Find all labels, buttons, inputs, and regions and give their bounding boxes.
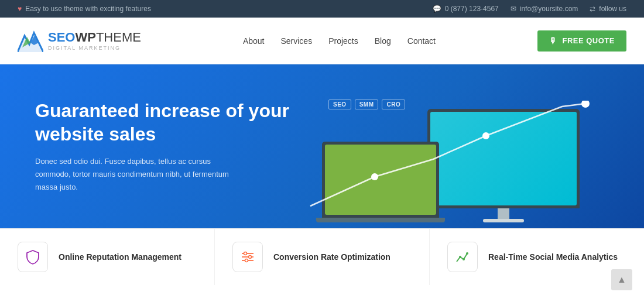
nav-projects[interactable]: Projects [328,36,358,46]
service-title-analytics: Real-Time Social Media Analytics [488,252,618,262]
hero-visual: SEO SMM CRO [293,64,609,228]
logo-sub: DIGITAL MARKETING [48,45,141,51]
top-bar-left: ♥ Easy to use theme with exciting featur… [18,5,151,13]
nav-blog[interactable]: Blog [375,36,391,46]
main-nav: About Services Projects Blog Contact [243,36,436,46]
service-text-conversion: Conversion Rate Optimization [273,252,390,262]
phone-item: 💬 0 (877) 123-4567 [433,5,499,13]
header: SEOWPTHEME DIGITAL MARKETING About Servi… [0,18,644,64]
service-icon-chart-wrap [447,242,478,272]
monitor-stand [498,208,509,219]
svg-point-8 [245,259,248,262]
nav-about[interactable]: About [243,36,265,46]
email-item: ✉ info@yoursite.com [511,5,578,13]
service-title-reputation: Online Reputation Management [59,252,181,262]
svg-point-10 [463,258,465,260]
logo-theme: THEME [96,30,141,44]
tagline: Easy to use theme with exciting features [25,5,151,13]
monitor-screen [427,109,580,208]
logo-brand: SEOWPTHEME [48,30,141,44]
follow-text: follow us [599,5,626,13]
laptop-screen [322,142,439,218]
hero-section: Guaranteed increase of your website sale… [0,64,644,228]
hero-title: Guaranteed increase of your website sale… [35,99,293,146]
chart-icon [454,249,471,265]
free-quote-button[interactable]: 🎙 FREE QUOTE [537,30,626,52]
chevron-up-icon: ▲ [617,274,626,285]
monitor [427,109,580,222]
cta-label: FREE QUOTE [562,36,615,45]
monitor-screen-inner [430,112,577,205]
service-text-analytics: Real-Time Social Media Analytics [488,252,618,262]
nav-services[interactable]: Services [280,36,312,46]
laptop [322,142,439,222]
logo: SEOWPTHEME DIGITAL MARKETING [18,30,141,52]
logo-seo: SEO [48,30,75,44]
logo-wp: WP [75,30,95,44]
social-item: ⇄ follow us [590,5,626,13]
scroll-top-button[interactable]: ▲ [611,269,632,285]
email-icon: ✉ [511,5,516,13]
sliders-icon [239,249,256,265]
microphone-icon: 🎙 [549,36,558,46]
phone-number: 0 (877) 123-4567 [445,5,499,13]
svg-point-7 [249,256,252,259]
devices-illustration [299,76,591,228]
service-text-reputation: Online Reputation Management [59,252,181,262]
hero-content: Guaranteed increase of your website sale… [35,99,293,194]
service-icon-shield-wrap [18,242,48,272]
shield-icon [25,249,41,265]
email-address: info@yoursite.com [520,5,578,13]
services-bar: Online Reputation Management Conversion … [0,228,644,285]
service-title-conversion: Conversion Rate Optimization [273,252,390,262]
laptop-screen-inner [325,145,436,215]
svg-point-6 [244,252,247,255]
share-icon: ⇄ [590,5,595,13]
monitor-base [483,219,524,222]
nav-contact[interactable]: Contact [407,36,436,46]
laptop-base [316,218,445,222]
graph-dot-3 [581,101,590,108]
service-icon-sliders-wrap [232,242,263,272]
service-item-conversion: Conversion Rate Optimization [215,229,430,285]
hero-description: Donec sed odio dui. Fusce dapibus, tellu… [35,155,246,194]
phone-icon: 💬 [433,5,441,13]
top-bar-right: 💬 0 (877) 123-4567 ✉ info@yoursite.com ⇄… [433,5,626,13]
svg-point-11 [466,252,468,255]
service-item-reputation: Online Reputation Management [0,229,215,285]
top-bar: ♥ Easy to use theme with exciting featur… [0,0,644,18]
logo-icon [18,30,43,52]
svg-point-9 [459,256,461,258]
logo-text: SEOWPTHEME DIGITAL MARKETING [48,30,141,50]
heart-icon: ♥ [18,5,22,13]
